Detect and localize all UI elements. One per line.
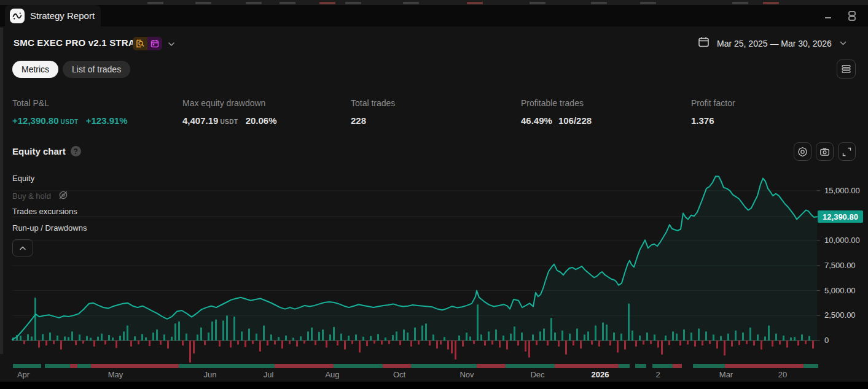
ghost-tick [345, 2, 361, 4]
excursion-bar-down [23, 341, 25, 344]
timeline-segment-red [383, 364, 411, 368]
excursion-bar-down [617, 341, 619, 353]
strategy-tester-icon [10, 9, 25, 23]
report-layout-button[interactable] [837, 60, 856, 79]
excursion-bar-down [274, 341, 276, 345]
excursion-bar-down [506, 341, 508, 350]
y-axis-label: 10,000.00 [824, 235, 867, 246]
excursion-bar-down [38, 341, 40, 347]
calendar-icon [698, 36, 710, 50]
excursion-bar-down [337, 341, 338, 345]
excursion-bar-down [296, 341, 298, 347]
excursion-bar-down [650, 341, 652, 344]
stat-value: 46.49%106/228 [521, 115, 592, 126]
strategy-badges[interactable] [133, 37, 162, 50]
excursion-bar-down [160, 341, 162, 345]
excursion-bar-down [760, 341, 762, 350]
timeline-segment-red [275, 364, 334, 368]
date-range-text: Mar 25, 2025 — Mar 30, 2026 [717, 39, 832, 48]
tab-metrics[interactable]: Metrics [12, 61, 58, 78]
tab-strategy-report[interactable]: Strategy Report [5, 5, 101, 26]
tab-title: Strategy Report [30, 10, 95, 21]
x-axis-label[interactable]: May [108, 370, 123, 379]
x-axis-label[interactable]: Aug [325, 370, 339, 379]
legend-collapse-button[interactable] [12, 239, 33, 256]
excursion-bar-down [462, 341, 464, 347]
x-axis-label[interactable]: 2026 [592, 370, 609, 379]
excursion-bar-down [75, 341, 77, 345]
equity-chart-canvas[interactable] [0, 156, 868, 389]
timeline-segment-green [619, 364, 630, 368]
excursion-bar-down [259, 341, 261, 352]
help-icon[interactable]: ? [71, 146, 81, 156]
gear-icon [797, 147, 808, 157]
excursion-bar-down [661, 341, 663, 355]
x-axis-label[interactable]: 20 [778, 370, 787, 379]
excursion-bar-down [82, 341, 84, 344]
x-axis-label[interactable]: Oct [393, 370, 405, 379]
x-axis-label[interactable]: Nov [459, 370, 474, 379]
deep-backtesting-icon[interactable] [133, 37, 147, 50]
legend-equity[interactable]: Equity [12, 174, 34, 183]
timeline-segment-green [411, 364, 477, 368]
excursion-bar-down [580, 341, 582, 349]
background-page-strip [0, 0, 868, 5]
excursion-bar-down [558, 341, 560, 347]
x-axis-label[interactable]: 2 [655, 370, 660, 379]
timeline-segment-red [673, 364, 682, 368]
excursion-bar-down [167, 341, 169, 349]
excursion-bar-down [344, 341, 346, 350]
excursion-bar-down [547, 341, 549, 345]
excursion-bar-down [687, 341, 689, 345]
ghost-tick [763, 2, 779, 4]
excursion-bar-down [812, 341, 814, 349]
excursion-bar-down [724, 341, 725, 355]
excursion-bar-down [399, 341, 401, 345]
excursion-bar-down [237, 341, 239, 345]
excursion-bar-down [219, 341, 221, 347]
excursion-bar-down [193, 341, 195, 353]
timeline-segment-green [693, 364, 725, 368]
excursion-bar-down [410, 341, 412, 347]
date-range-control[interactable]: Mar 25, 2025 — Mar 30, 2026 [698, 36, 847, 50]
excursion-bar-down [138, 341, 139, 344]
excursion-bar-down [244, 341, 246, 347]
excursion-bar-down [289, 341, 291, 344]
excursion-bar-down [447, 341, 449, 350]
x-axis-label[interactable]: Jul [264, 370, 274, 379]
date-range-badge-icon[interactable] [147, 37, 162, 50]
stat-label: Profitable trades [521, 98, 584, 108]
strategy-dropdown-chevron-icon[interactable] [167, 39, 176, 50]
excursion-bar-down [738, 341, 740, 345]
window-minimize-button[interactable] [821, 9, 835, 23]
ghost-tick [591, 2, 607, 4]
chevron-up-icon [19, 245, 26, 251]
window-restore-button[interactable] [845, 9, 859, 23]
x-axis-label[interactable]: Jun [204, 370, 217, 379]
date-range-chevron-icon [839, 38, 847, 49]
legend-runup-drawdowns[interactable]: Run-up / Drawdowns [12, 223, 87, 233]
timeline-segment-red [725, 364, 803, 368]
x-axis-label[interactable]: Apr [17, 370, 29, 379]
camera-icon [819, 147, 830, 157]
excursion-bar-down [657, 341, 659, 347]
equity-area [12, 176, 817, 341]
x-axis-label[interactable]: Mar [719, 370, 733, 379]
legend-buy-and-hold[interactable]: Buy & hold [12, 190, 69, 202]
ghost-tick [467, 2, 483, 4]
excursion-bar-down [609, 341, 611, 345]
excursion-bar-down [624, 341, 626, 350]
ghost-tick [147, 2, 163, 4]
legend-trades-excursions[interactable]: Trades excursions [12, 207, 77, 216]
excursion-bar-down [303, 341, 305, 344]
ghost-tick [280, 2, 295, 4]
excursion-bar-down [528, 341, 530, 358]
eye-off-icon[interactable] [57, 190, 69, 202]
excursion-bar-down [436, 341, 438, 349]
excursion-bar-down [694, 341, 696, 347]
y-axis-label: 15,000.00 [824, 185, 867, 196]
excursion-bar-down [366, 341, 368, 346]
tab-list-of-trades[interactable]: List of trades [63, 61, 130, 78]
x-axis-label[interactable]: Dec [530, 370, 544, 379]
excursion-bar-down [484, 341, 486, 345]
